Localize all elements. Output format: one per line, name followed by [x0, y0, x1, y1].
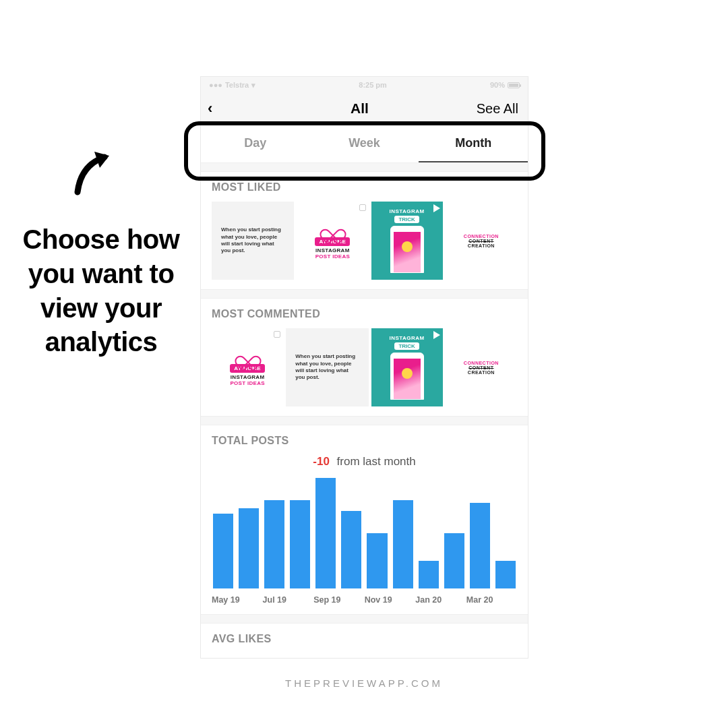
thumb-instagram-trick[interactable]: INSTAGRAM TRICK	[371, 202, 443, 280]
trick-pill: TRICK	[394, 216, 419, 223]
clock: 8:25 pm	[255, 81, 490, 89]
arrow-icon	[67, 145, 121, 199]
at-home-line1: INSTAGRAM	[231, 374, 265, 380]
checkbox-icon	[274, 331, 280, 338]
at-home-line2: POST IDEAS	[230, 380, 264, 386]
phone-frame: ●●● Telstra ▾ 8:25 pm 90% ‹ All See All …	[200, 76, 528, 659]
chart-bar[interactable]	[419, 561, 439, 588]
time-range-tabs: Day Week Month	[201, 124, 528, 163]
x-tick-label: Jul 19	[263, 595, 313, 605]
most-commented-thumbnails: AT-HOME INSTAGRAM POST IDEAS When you st…	[212, 328, 517, 406]
nav-bar: ‹ All See All	[201, 93, 528, 124]
x-tick-label: Sep 19	[313, 595, 364, 605]
instruction-caption: Choose how you want to view your analyti…	[20, 222, 182, 359]
chart-bar[interactable]	[393, 500, 413, 588]
at-home-line1: INSTAGRAM	[315, 247, 350, 253]
conn-line1: CONNECTION	[464, 234, 499, 239]
thumb-at-home[interactable]: AT-HOME INSTAGRAM POST IDEAS	[212, 328, 283, 406]
thumb-instagram-trick[interactable]: INSTAGRAM TRICK	[371, 328, 443, 406]
thumb-connection[interactable]: CONNECTION CONTENT CREATION	[446, 328, 517, 406]
phone-mock-icon	[390, 353, 424, 400]
thumb-quote[interactable]: When you start posting what you love, pe…	[286, 328, 368, 406]
thumb-at-home[interactable]: AT-HOME INSTAGRAM POST IDEAS	[297, 202, 368, 280]
thumb-quote[interactable]: When you start posting what you love, pe…	[212, 202, 294, 280]
conn-line3: CREATION	[468, 243, 495, 248]
conn-line2: CONTENT	[468, 365, 493, 370]
conn-line3: CREATION	[468, 370, 495, 375]
most-liked-thumbnails: When you start posting what you love, pe…	[212, 202, 517, 280]
phone-mock-icon	[390, 226, 424, 273]
chart-bar[interactable]	[470, 503, 490, 588]
tab-week[interactable]: Week	[310, 125, 419, 162]
battery-icon	[508, 82, 520, 88]
most-liked-section: MOST LIKED When you start posting what y…	[201, 171, 528, 290]
avg-likes-header: AVG LIKES	[212, 633, 517, 645]
conn-line2: CONTENT	[468, 239, 493, 243]
back-button[interactable]: ‹	[208, 100, 248, 117]
chart-bar[interactable]	[239, 508, 259, 588]
x-tick-label: Nov 19	[365, 595, 415, 605]
chart-x-axis: May 19Jul 19Sep 19Nov 19Jan 20Mar 20	[212, 595, 517, 605]
chart-bar[interactable]	[341, 511, 361, 588]
most-liked-header: MOST LIKED	[212, 181, 517, 193]
carrier-label: Telstra	[225, 81, 249, 89]
page-title: All	[248, 100, 471, 117]
delta-value: -10	[313, 455, 330, 468]
x-tick-label: Jan 20	[415, 595, 466, 605]
chart-bar[interactable]	[444, 533, 464, 588]
chart-bar[interactable]	[367, 533, 387, 588]
chart-bar[interactable]	[290, 500, 310, 588]
delta-suffix: from last month	[337, 455, 416, 468]
tab-day[interactable]: Day	[201, 125, 310, 162]
x-tick-label: May 19	[212, 595, 262, 605]
chart-bar[interactable]	[213, 514, 233, 588]
chart-bar[interactable]	[495, 561, 516, 588]
most-commented-section: MOST COMMENTED AT-HOME INSTAGRAM POST ID…	[201, 298, 528, 417]
avg-likes-section: AVG LIKES	[201, 623, 528, 659]
battery-percent: 90%	[490, 81, 505, 89]
trick-line1: INSTAGRAM	[389, 208, 424, 214]
chart-bar[interactable]	[315, 478, 336, 588]
play-icon	[433, 204, 440, 212]
thumb-connection[interactable]: CONNECTION CONTENT CREATION	[446, 202, 517, 280]
see-all-button[interactable]: See All	[471, 101, 518, 117]
tab-month[interactable]: Month	[419, 125, 528, 162]
total-posts-chart	[212, 478, 517, 588]
trick-line1: INSTAGRAM	[389, 335, 424, 341]
total-posts-header: TOTAL POSTS	[212, 435, 517, 447]
chart-delta-label: -10 from last month	[212, 455, 517, 468]
total-posts-section: TOTAL POSTS -10 from last month May 19Ju…	[201, 425, 528, 615]
trick-pill: TRICK	[394, 342, 419, 350]
checkbox-icon	[359, 204, 366, 211]
most-commented-header: MOST COMMENTED	[212, 308, 517, 320]
conn-line1: CONNECTION	[464, 361, 499, 365]
play-icon	[433, 331, 440, 339]
status-bar: ●●● Telstra ▾ 8:25 pm 90%	[201, 77, 528, 93]
at-home-line2: POST IDEAS	[315, 253, 350, 260]
chart-bar[interactable]	[264, 500, 284, 588]
signal-icon: ●●●	[209, 81, 222, 89]
heart-icon	[240, 349, 255, 361]
footer-brand: THEPREVIEWAPP.COM	[0, 677, 728, 689]
heart-icon	[325, 222, 340, 235]
x-tick-label: Mar 20	[466, 595, 517, 605]
